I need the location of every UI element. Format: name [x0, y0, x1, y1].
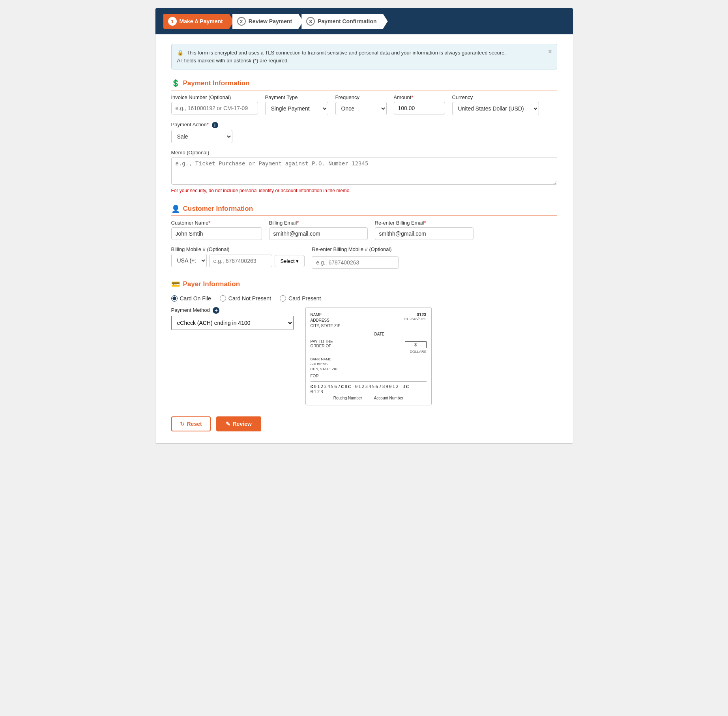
frequency-group: Frequency Once Weekly Monthly Yearly	[335, 94, 387, 115]
check-labels: Routing Number Account Number	[311, 396, 427, 400]
card-present-radio[interactable]	[280, 295, 286, 302]
billing-email-input[interactable]	[269, 227, 368, 240]
step-3[interactable]: 3 Payment Confirmation	[301, 14, 387, 29]
reset-icon: ↻	[180, 421, 185, 427]
review-icon: ✎	[226, 421, 230, 427]
payment-type-label: Payment Type	[265, 94, 328, 100]
customer-info-row-1: Customer Name* Billing Email* Re-enter B…	[171, 220, 557, 240]
buttons-row: ↻ Reset ✎ Review	[171, 416, 557, 431]
step-3-number: 3	[306, 17, 315, 26]
check-name-block: NAME ADDRESS CITY, STATE ZIP	[311, 312, 341, 329]
reset-label: Reset	[187, 421, 202, 427]
customer-name-group: Customer Name*	[171, 220, 262, 240]
card-present-label: Card Present	[288, 295, 321, 302]
card-on-file-label: Card On File	[180, 295, 211, 302]
payment-type-group: Payment Type Single Payment Recurring Pa…	[265, 94, 328, 115]
mobile-country-select[interactable]: USA (+1) Canada (+1) UK (+44)	[171, 254, 207, 267]
banner-note: All fields marked with an asterisk (	[177, 58, 255, 64]
memo-textarea[interactable]	[171, 157, 557, 185]
reset-button[interactable]: ↻ Reset	[171, 416, 211, 431]
check-fraction: 01-2345/6789	[404, 317, 427, 321]
amount-group: Amount*	[394, 94, 445, 115]
invoice-group: Invoice Number (Optional)	[171, 94, 258, 115]
currency-select[interactable]: United States Dollar (USD) Euro (EUR) Br…	[452, 102, 539, 115]
step-1-label: Make A Payment	[180, 18, 223, 24]
page-wrapper: 1 Make A Payment 2 Review Payment 3 Paym…	[155, 8, 573, 444]
banner-note-end: ) are required.	[256, 58, 289, 64]
step-2-label: Review Payment	[249, 18, 292, 24]
mobile-group: Billing Mobile # (Optional) USA (+1) Can…	[171, 246, 305, 269]
step-1[interactable]: 1 Make A Payment	[163, 14, 234, 29]
card-on-file-radio[interactable]	[171, 295, 178, 302]
check-image: NAME ADDRESS CITY, STATE ZIP 0123 01-234…	[305, 307, 432, 406]
mobile-input[interactable]	[209, 255, 272, 267]
currency-group: Currency United States Dollar (USD) Euro…	[452, 94, 539, 115]
customer-name-input[interactable]	[171, 227, 262, 240]
customer-information-title: Customer Information	[183, 205, 253, 213]
check-bank-info: BANK NAME ADDRESS CITY, STATE ZIP	[311, 357, 338, 372]
payment-type-select[interactable]: Single Payment Recurring Payment	[265, 102, 328, 115]
lock-icon: 🔒	[177, 50, 183, 56]
payment-action-info-icon[interactable]: i	[212, 122, 218, 128]
banner-close-button[interactable]: ×	[548, 48, 552, 55]
person-icon: 👤	[171, 204, 180, 213]
step-3-label: Payment Confirmation	[318, 18, 376, 24]
check-date-row: DATE	[311, 332, 427, 336]
payment-info-row-1: Invoice Number (Optional) Payment Type S…	[171, 94, 557, 115]
review-label: Review	[233, 421, 252, 427]
memo-hint: For your security, do not include person…	[171, 188, 557, 193]
currency-label: Currency	[452, 94, 539, 100]
memo-group: Memo (Optional) For your security, do no…	[171, 150, 557, 193]
check-bank-address: ADDRESS	[311, 362, 338, 367]
payment-method-select[interactable]: eCheck (ACH) ending in 4100 Visa ending …	[171, 316, 294, 330]
memo-label: Memo (Optional)	[171, 150, 557, 156]
payment-method-label: Payment Method +	[171, 307, 294, 314]
review-button[interactable]: ✎ Review	[216, 416, 261, 431]
payment-method-row: Payment Method + eCheck (ACH) ending in …	[171, 307, 557, 406]
add-payment-method-icon[interactable]: +	[213, 307, 219, 314]
card-not-present-label: Card Not Present	[228, 295, 271, 302]
card-icon: 💳	[171, 280, 180, 289]
step-2[interactable]: 2 Review Payment	[232, 14, 303, 29]
re-email-group: Re-enter Billing Email*	[375, 220, 473, 240]
payment-action-group: Payment Action* i Sale Authorization Onl…	[171, 122, 232, 143]
customer-information-section: 👤 Customer Information Customer Name* Bi…	[171, 204, 557, 269]
card-not-present-radio[interactable]	[220, 295, 226, 302]
card-not-present-radio-label[interactable]: Card Not Present	[220, 295, 271, 302]
mobile-input-row: USA (+1) Canada (+1) UK (+44) Select ▾	[171, 254, 305, 267]
banner-message: This form is encrypted and uses a TLS co…	[187, 50, 506, 56]
check-micr: ⑆01234567⑆8⑆ 0123456789012 3⑆ 0123	[311, 381, 427, 394]
re-email-input[interactable]	[375, 227, 473, 240]
payer-information-header: 💳 Payer Information	[171, 280, 557, 291]
payment-action-select[interactable]: Sale Authorization Only	[171, 130, 232, 143]
payment-action-label: Payment Action* i	[171, 122, 232, 128]
re-mobile-input[interactable]	[312, 256, 399, 269]
check-amount-box: $	[405, 341, 427, 348]
re-mobile-label: Re-enter Billing Mobile # (Optional)	[312, 246, 399, 252]
payment-information-header: 💲 Payment Information	[171, 79, 557, 90]
check-bank-name: BANK NAME	[311, 357, 338, 362]
mobile-select-button[interactable]: Select ▾	[275, 255, 305, 267]
main-content: 🔒 This form is encrypted and uses a TLS …	[155, 34, 573, 443]
check-for-line: FOR	[311, 374, 427, 378]
billing-email-label: Billing Email*	[269, 220, 368, 226]
steps-header: 1 Make A Payment 2 Review Payment 3 Paym…	[155, 8, 573, 34]
check-payto-label: PAY TO THEORDER OF	[311, 339, 333, 348]
payer-type-radio-group: Card On File Card Not Present Card Prese…	[171, 295, 557, 302]
check-for-underline	[320, 378, 427, 378]
amount-label: Amount*	[394, 94, 445, 100]
customer-info-row-2: Billing Mobile # (Optional) USA (+1) Can…	[171, 246, 557, 269]
amount-input[interactable]	[394, 102, 445, 114]
card-present-radio-label[interactable]: Card Present	[280, 295, 321, 302]
frequency-select[interactable]: Once Weekly Monthly Yearly	[335, 102, 387, 115]
step-2-number: 2	[237, 17, 246, 26]
invoice-input[interactable]	[171, 102, 258, 114]
payer-information-title: Payer Information	[183, 280, 240, 288]
check-date-line	[387, 332, 427, 336]
step-1-number: 1	[168, 17, 177, 26]
re-mobile-group: Re-enter Billing Mobile # (Optional)	[312, 246, 399, 269]
card-on-file-radio-label[interactable]: Card On File	[171, 295, 211, 302]
info-banner: 🔒 This form is encrypted and uses a TLS …	[171, 44, 557, 69]
customer-name-label: Customer Name*	[171, 220, 262, 226]
invoice-label: Invoice Number (Optional)	[171, 94, 258, 100]
